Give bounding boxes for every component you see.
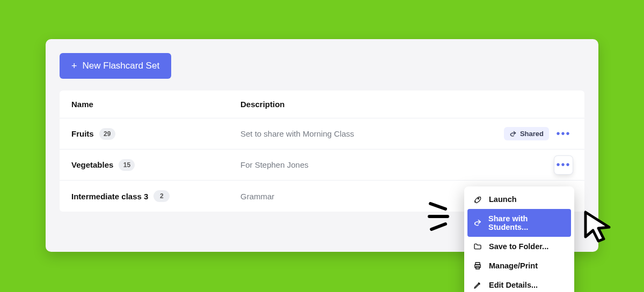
more-options-button[interactable]: ••• [554, 156, 573, 174]
count-badge: 29 [99, 128, 115, 140]
print-icon [473, 261, 482, 270]
table-row[interactable]: Fruits 29 Set to share with Morning Clas… [60, 118, 584, 149]
share-icon [509, 130, 517, 138]
folder-icon [473, 242, 482, 251]
row-name: Fruits [71, 129, 94, 138]
pencil-icon [473, 281, 482, 289]
column-header-description: Description [240, 100, 487, 109]
menu-item-manage-print[interactable]: Manage/Print [464, 256, 574, 275]
svg-line-6 [431, 224, 445, 229]
table-header: Name Description [60, 91, 584, 118]
share-icon [473, 219, 482, 227]
menu-item-label: Edit Details... [489, 281, 538, 289]
column-header-name: Name [71, 100, 240, 109]
menu-item-share[interactable]: Share with Students... [467, 209, 571, 237]
menu-item-launch[interactable]: Launch [464, 190, 574, 209]
menu-item-label: Save to Folder... [489, 242, 548, 251]
row-name-cell: Vegetables 15 [71, 159, 240, 171]
new-flashcard-set-label: New Flashcard Set [83, 61, 160, 71]
count-badge: 2 [153, 190, 170, 202]
menu-item-label: Manage/Print [489, 261, 538, 270]
shared-badge: Shared [504, 127, 549, 140]
new-flashcard-set-button[interactable]: + New Flashcard Set [60, 53, 171, 79]
row-description: Set to share with Morning Class [240, 129, 487, 138]
svg-point-0 [478, 198, 479, 199]
menu-item-save-folder[interactable]: Save to Folder... [464, 237, 574, 256]
row-name-cell: Intermediate class 3 2 [71, 190, 240, 202]
row-name: Vegetables [71, 160, 113, 169]
row-name-cell: Fruits 29 [71, 128, 240, 140]
plus-icon: + [71, 61, 77, 71]
more-options-button[interactable]: ••• [554, 125, 573, 143]
mouse-cursor-decoration [582, 210, 614, 246]
row-name: Intermediate class 3 [71, 192, 148, 201]
svg-line-4 [430, 204, 445, 209]
rocket-icon [473, 195, 482, 204]
table-row[interactable]: Vegetables 15 For Stephen Jones ••• [60, 149, 584, 181]
menu-item-label: Share with Students... [488, 214, 566, 231]
count-badge: 15 [119, 159, 135, 171]
shared-badge-label: Shared [520, 130, 544, 138]
menu-item-label: Launch [489, 195, 517, 204]
row-description: For Stephen Jones [240, 160, 487, 169]
menu-item-edit-details[interactable]: Edit Details... [464, 275, 574, 292]
row-actions-dropdown: Launch Share with Students... Save to Fo… [464, 186, 574, 292]
emphasis-marks-decoration [427, 197, 456, 235]
